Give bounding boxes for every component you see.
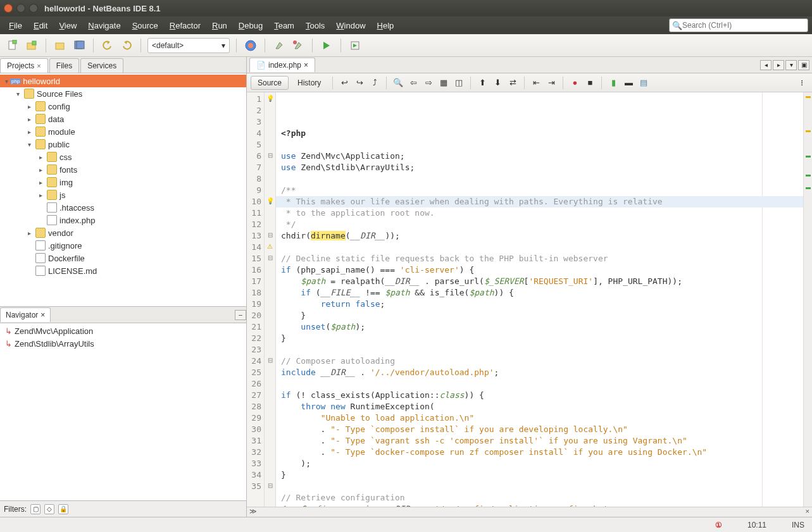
uncomment-icon[interactable]: ▬ xyxy=(622,77,635,89)
left-tab-files[interactable]: Files xyxy=(49,58,79,73)
new-file-button[interactable] xyxy=(5,38,20,53)
main-toolbar: <default>▾ xyxy=(0,34,812,57)
tree-node[interactable]: ▾public xyxy=(0,138,246,151)
project-tree[interactable]: ▾phphelloworld▾Source Files▸config▸data▸… xyxy=(0,73,246,306)
save-all-button[interactable] xyxy=(72,38,87,53)
tree-node[interactable]: .htaccess xyxy=(0,201,246,214)
breadcrumb-expand-icon[interactable]: ≫ xyxy=(249,507,257,517)
find-selection-icon[interactable]: 🔍 xyxy=(392,77,404,89)
navigator-panel: Navigator× – ↳Zend\Mvc\Application↳Zend\… xyxy=(0,306,246,517)
nav-fwd-icon[interactable]: ↪ xyxy=(353,77,366,89)
close-icon[interactable]: × xyxy=(37,62,41,70)
tree-node[interactable]: index.php xyxy=(0,214,246,226)
new-project-button[interactable] xyxy=(24,38,39,53)
macro-record-icon[interactable]: ● xyxy=(568,77,581,89)
menu-run[interactable]: Run xyxy=(207,20,232,32)
tree-node[interactable]: ▸css xyxy=(0,151,246,163)
navigator-tree[interactable]: ↳Zend\Mvc\Application↳Zend\Stdlib\ArrayU… xyxy=(0,323,246,500)
toggle-highlight-icon[interactable]: ▦ xyxy=(437,77,450,89)
tree-node[interactable]: LICENSE.md xyxy=(0,264,246,277)
find-next-icon[interactable]: ⇨ xyxy=(422,77,435,89)
left-tab-projects[interactable]: Projects × xyxy=(0,58,48,73)
run-button[interactable] xyxy=(319,38,334,53)
toggle-bookmark-icon[interactable]: ◫ xyxy=(453,77,465,89)
menu-team[interactable]: Team xyxy=(269,20,299,32)
browser-button[interactable] xyxy=(243,38,258,53)
navigator-item[interactable]: ↳Zend\Mvc\Application xyxy=(0,325,246,337)
tree-node[interactable]: .gitignore xyxy=(0,239,246,252)
code-area[interactable]: <?phpuse Zend\Mvc\Application;use Zend\S… xyxy=(276,92,803,507)
quick-search[interactable]: 🔍 xyxy=(669,18,808,32)
tree-node[interactable]: ▾Source Files xyxy=(0,87,246,100)
next-bookmark-icon[interactable]: ⬇ xyxy=(491,77,504,89)
redo-button[interactable] xyxy=(119,38,134,53)
menu-debug[interactable]: Debug xyxy=(234,20,268,32)
tree-node[interactable]: ▸module xyxy=(0,125,246,138)
filter-nonpublic-button[interactable]: 🔒 xyxy=(58,504,68,514)
format-icon[interactable]: ▤ xyxy=(637,77,650,89)
tree-node[interactable]: ▾phphelloworld xyxy=(0,75,246,87)
insert-mode[interactable]: INS xyxy=(792,521,804,529)
macro-stop-icon[interactable]: ■ xyxy=(584,77,596,89)
tree-node[interactable]: Dockerfile xyxy=(0,252,246,264)
filter-static-button[interactable]: ◇ xyxy=(44,504,54,514)
close-breadcrumb-icon[interactable]: × xyxy=(806,507,809,517)
diff-icon[interactable]: ⇄ xyxy=(506,77,519,89)
window-maximize-button[interactable] xyxy=(29,4,38,13)
editor-list-button[interactable]: ▾ xyxy=(785,60,797,70)
error-stripe[interactable] xyxy=(803,92,812,507)
menu-view[interactable]: View xyxy=(54,20,82,32)
menubar: FileEditViewNavigateSourceRefactorRunDeb… xyxy=(0,16,812,34)
find-prev-icon[interactable]: ⇦ xyxy=(407,77,420,89)
close-tab-icon[interactable]: × xyxy=(304,61,308,70)
editor-maximize-button[interactable]: ▣ xyxy=(798,60,809,70)
tree-node[interactable]: ▸fonts xyxy=(0,163,246,176)
tree-node[interactable]: ▸img xyxy=(0,176,246,189)
filter-fields-button[interactable]: ▢ xyxy=(30,504,41,514)
error-count-badge[interactable]: ① 1 xyxy=(715,521,722,529)
window-minimize-button[interactable] xyxy=(16,4,25,13)
editor-prev-button[interactable]: ◂ xyxy=(760,60,771,70)
undo-button[interactable] xyxy=(100,38,115,53)
navigator-tab[interactable]: Navigator× xyxy=(0,307,51,322)
navigator-item[interactable]: ↳Zend\Stdlib\ArrayUtils xyxy=(0,337,246,350)
minimize-panel-button[interactable]: – xyxy=(235,310,246,320)
open-project-button[interactable] xyxy=(53,38,68,53)
menu-refactor[interactable]: Refactor xyxy=(165,20,206,32)
clean-build-button[interactable] xyxy=(290,38,306,53)
close-icon[interactable]: × xyxy=(41,311,45,319)
filters-label: Filters: xyxy=(4,505,27,514)
nav-back-icon[interactable]: ↩ xyxy=(338,77,351,89)
prev-bookmark-icon[interactable]: ⬆ xyxy=(476,77,489,89)
shift-left-icon[interactable]: ⇤ xyxy=(530,77,542,89)
tree-node[interactable]: ▸config xyxy=(0,100,246,113)
menu-navigate[interactable]: Navigate xyxy=(83,20,125,32)
menu-help[interactable]: Help xyxy=(372,20,399,32)
search-input[interactable] xyxy=(682,21,805,30)
history-view-button[interactable]: History xyxy=(291,77,327,89)
window-close-button[interactable] xyxy=(4,4,13,13)
chevron-down-icon: ▾ xyxy=(222,41,225,50)
menu-edit[interactable]: Edit xyxy=(28,20,53,32)
source-view-button[interactable]: Source xyxy=(251,76,289,90)
split-icon[interactable]: ⫶ xyxy=(796,77,808,89)
menu-window[interactable]: Window xyxy=(331,20,370,32)
comment-icon[interactable]: ▮ xyxy=(607,77,620,89)
menu-tools[interactable]: Tools xyxy=(301,20,330,32)
tree-node[interactable]: ▸data xyxy=(0,113,246,125)
build-button[interactable] xyxy=(272,38,287,53)
run-config-combo[interactable]: <default>▾ xyxy=(147,38,230,53)
line-number-gutter[interactable]: 1234567891011121314151617181920212223242… xyxy=(247,92,265,507)
svg-point-9 xyxy=(293,40,297,44)
shift-right-icon[interactable]: ⇥ xyxy=(545,77,558,89)
tree-node[interactable]: ▸vendor xyxy=(0,226,246,239)
editor-tab-index-php[interactable]: 📄 index.php × xyxy=(249,58,315,72)
glyph-margin[interactable]: 💡⊟💡⊟⚠⊟⊟⊟ xyxy=(265,92,276,507)
tree-node[interactable]: ▸js xyxy=(0,189,246,201)
menu-source[interactable]: Source xyxy=(127,20,163,32)
debug-button[interactable] xyxy=(347,38,363,53)
last-edit-icon[interactable]: ⤴ xyxy=(368,77,381,89)
left-tab-services[interactable]: Services xyxy=(80,58,123,73)
menu-file[interactable]: File xyxy=(4,20,27,32)
editor-next-button[interactable]: ▸ xyxy=(773,60,784,70)
